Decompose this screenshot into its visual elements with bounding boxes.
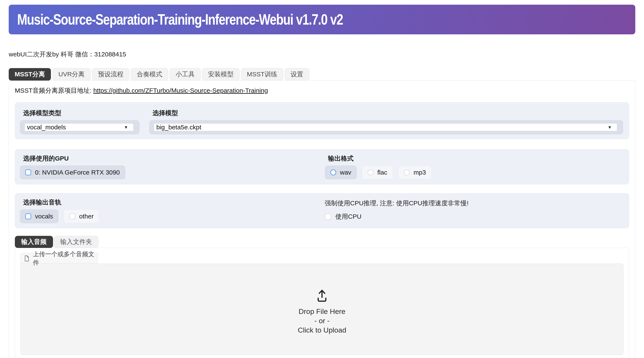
stems-cpu-row: 选择输出音轨 vocals other 强制使用CPU推理, 注意: 使用CPU…	[15, 193, 629, 228]
use-cpu-label: 使用CPU	[335, 212, 362, 221]
file-drop-zone[interactable]: Drop File Here - or - Click to Upload	[20, 264, 624, 355]
app-title: Music-Source-Separation-Training-Inferen…	[17, 11, 343, 28]
gpu-label: 选择使用的GPU	[23, 154, 318, 163]
cpu-warning-note: 强制使用CPU推理, 注意: 使用CPU推理速度非常慢!	[325, 199, 624, 208]
stem-option-vocals[interactable]: vocals	[20, 209, 58, 223]
input-tabs-section: 输入音频 输入文件夹 上传一个或多个音频文件 Drop File Here - …	[15, 236, 629, 358]
output-stems-label: 选择输出音轨	[23, 198, 318, 207]
gpu-format-row: 选择使用的GPU 0: NVIDIA GeForce RTX 3090 输出格式…	[15, 149, 629, 184]
tab-input-folder[interactable]: 输入文件夹	[54, 236, 98, 248]
repo-line: MSST音频分离原项目地址: https://github.com/ZFTurb…	[15, 86, 629, 95]
stem-other-label: other	[79, 213, 94, 220]
radio-icon	[404, 170, 410, 176]
format-option-wav[interactable]: wav	[325, 166, 357, 180]
format-mp3-label: mp3	[414, 169, 426, 176]
use-cpu-checkbox[interactable]: 使用CPU	[325, 212, 624, 221]
tab-uvr-separation[interactable]: UVR分离	[52, 68, 90, 80]
upload-icon	[316, 289, 328, 302]
tab-preset-flow[interactable]: 预设流程	[92, 68, 130, 80]
model-dropdown[interactable]: big_beta5e.ckpt ▼	[149, 120, 623, 134]
tab-settings[interactable]: 设置	[285, 68, 309, 80]
chevron-down-icon: ▼	[124, 125, 128, 129]
model-type-field: 选择模型类型 vocal_models ▼	[20, 109, 140, 134]
format-flac-label: flac	[377, 169, 387, 176]
file-upload-block: 上传一个或多个音频文件 Drop File Here - or - Click …	[15, 248, 629, 358]
click-to-upload-text: Click to Upload	[298, 325, 346, 335]
model-type-dropdown[interactable]: vocal_models ▼	[20, 120, 140, 134]
model-value: big_beta5e.ckpt	[156, 124, 201, 131]
tab-msst-training[interactable]: MSST训练	[241, 68, 283, 80]
model-field: 选择模型 big_beta5e.ckpt ▼	[149, 109, 623, 134]
tab-msst-separation[interactable]: MSST分离	[9, 68, 51, 80]
radio-icon	[368, 170, 374, 176]
file-icon	[24, 255, 30, 262]
or-text: - or -	[314, 316, 330, 325]
checkbox-icon	[69, 213, 75, 219]
tab-install-models[interactable]: 安装模型	[202, 68, 240, 80]
input-tabbar: 输入音频 输入文件夹	[15, 236, 629, 248]
tab-input-audio[interactable]: 输入音频	[15, 236, 53, 248]
output-stems-field: 选择输出音轨 vocals other	[20, 198, 318, 223]
gpu-options: 0: NVIDIA GeForce RTX 3090	[20, 166, 318, 180]
radio-icon	[330, 170, 336, 176]
model-type-value: vocal_models	[27, 124, 66, 131]
output-format-options: wav flac mp3	[325, 166, 624, 180]
checkbox-icon	[325, 214, 331, 220]
msst-separation-panel: MSST音频分离原项目地址: https://github.com/ZFTurb…	[9, 80, 635, 358]
output-format-field: 输出格式 wav flac mp3	[325, 154, 624, 180]
tab-tools[interactable]: 小工具	[170, 68, 201, 80]
repo-line-prefix: MSST音频分离原项目地址:	[15, 87, 93, 94]
cpu-field: 强制使用CPU推理, 注意: 使用CPU推理速度非常慢! 使用CPU	[325, 198, 624, 223]
checkbox-icon	[25, 213, 31, 219]
chevron-down-icon: ▼	[608, 125, 612, 129]
gpu-option-0[interactable]: 0: NVIDIA GeForce RTX 3090	[20, 166, 125, 180]
model-label: 选择模型	[152, 109, 623, 118]
gpu-option-label: 0: NVIDIA GeForce RTX 3090	[35, 169, 120, 176]
model-type-label: 选择模型类型	[23, 109, 140, 118]
output-stems-options: vocals other	[20, 209, 318, 223]
repo-link[interactable]: https://github.com/ZFTurbo/Music-Source-…	[93, 87, 268, 94]
stem-vocals-label: vocals	[35, 213, 53, 220]
format-option-mp3[interactable]: mp3	[398, 166, 432, 180]
output-format-label: 输出格式	[328, 154, 624, 163]
upload-files-label[interactable]: 上传一个或多个音频文件	[20, 253, 98, 264]
model-select-row: 选择模型类型 vocal_models ▼ 选择模型 big_beta5e.ck…	[15, 102, 629, 139]
upload-files-label-text: 上传一个或多个音频文件	[33, 250, 98, 267]
stem-option-other[interactable]: other	[64, 209, 99, 223]
model-dropdown-field[interactable]: big_beta5e.ckpt ▼	[154, 124, 617, 131]
tab-ensemble-mode[interactable]: 合奏模式	[131, 68, 168, 80]
drop-file-here-text: Drop File Here	[298, 307, 345, 316]
byline: webUI二次开发by 科哥 微信：312088415	[9, 50, 635, 59]
format-wav-label: wav	[340, 169, 351, 176]
format-option-flac[interactable]: flac	[362, 166, 393, 180]
app-banner: Music-Source-Separation-Training-Inferen…	[9, 5, 635, 34]
checkbox-icon	[25, 170, 31, 176]
gpu-field: 选择使用的GPU 0: NVIDIA GeForce RTX 3090	[20, 154, 318, 180]
main-tabbar: MSST分离 UVR分离 预设流程 合奏模式 小工具 安装模型 MSST训练 设…	[9, 68, 635, 80]
model-type-dropdown-field[interactable]: vocal_models ▼	[25, 124, 133, 131]
